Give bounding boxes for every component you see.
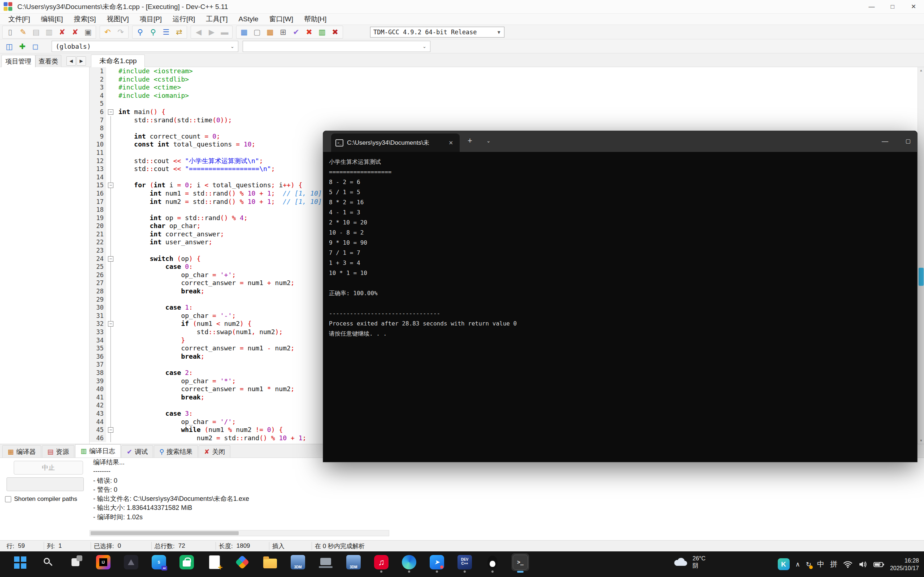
- menu-item-R[interactable]: 运行[R]: [167, 14, 200, 24]
- hidden-icons-chevron-icon[interactable]: ∧: [795, 561, 800, 568]
- toolbar-close-file-button[interactable]: ✘: [56, 26, 69, 38]
- taskbar-clock[interactable]: 16:28 2025/10/17: [890, 557, 919, 572]
- menu-item-S[interactable]: 搜索[S]: [68, 14, 101, 24]
- abort-button[interactable]: 中止: [14, 461, 83, 474]
- taskbar-app-trainer-2[interactable]: 3DM: [345, 554, 362, 571]
- globals-select[interactable]: (globals) ⌄: [52, 41, 238, 52]
- toolbar-save-button[interactable]: ▤: [30, 26, 43, 38]
- battery-charging-icon[interactable]: [874, 561, 884, 568]
- taskbar-app-diamond[interactable]: [234, 554, 250, 571]
- wifi-icon[interactable]: [843, 561, 853, 568]
- toolbar-close-all-button[interactable]: ✘: [69, 26, 82, 38]
- taskbar-app-dev-cpp[interactable]: DEVC++: [456, 554, 473, 571]
- taskbar-app-terminal[interactable]: >_: [512, 554, 528, 571]
- toolbar-replace-button[interactable]: ⚲: [147, 26, 160, 38]
- taskbar-app-netease-music[interactable]: ♫: [373, 554, 389, 571]
- tab-scroll-left-icon[interactable]: ◀: [66, 56, 76, 66]
- taskbar-app-trainer[interactable]: 3DM: [289, 554, 306, 571]
- menu-item-V[interactable]: 视图[V]: [102, 14, 134, 24]
- editor-vertical-scrollbar[interactable]: ▲ ▼: [918, 67, 924, 444]
- bottom-tab-close[interactable]: ✘关闭: [199, 445, 230, 458]
- menu-item-T[interactable]: 工具[T]: [200, 14, 233, 24]
- tab-project-manager[interactable]: 项目管理: [2, 55, 36, 67]
- toolbar-goto-declaration-button[interactable]: ◫: [3, 40, 16, 52]
- log-horizontal-scrollbar[interactable]: [90, 530, 389, 536]
- toolbar-forward-button[interactable]: ▶: [205, 26, 218, 38]
- fold-marker-icon[interactable]: −: [108, 256, 113, 262]
- toolbar-swap-header-source-button[interactable]: ⇄: [173, 26, 186, 38]
- menu-item-W[interactable]: 窗口[W]: [263, 14, 299, 24]
- bottom-tab-debug[interactable]: ✔调试: [121, 445, 153, 458]
- toolbar-print-button[interactable]: ▣: [82, 26, 95, 38]
- bottom-tab-compile-log[interactable]: ▥编译日志: [75, 444, 121, 458]
- scrollbar-thumb[interactable]: [919, 268, 924, 286]
- taskbar-app-s-ai[interactable]: SAI: [150, 554, 167, 571]
- taskbar-app-edge[interactable]: [401, 554, 417, 571]
- toolbar-undo-button[interactable]: ↶: [101, 26, 114, 38]
- members-select[interactable]: ⌄: [242, 41, 430, 52]
- menu-item-P[interactable]: 项目[P]: [134, 14, 167, 24]
- kdocs-tray-icon[interactable]: K: [778, 558, 790, 570]
- toolbar-compile-run-button[interactable]: ▦: [263, 26, 276, 38]
- volume-icon[interactable]: [858, 561, 867, 568]
- toolbar-profile-delete-button[interactable]: ✖: [329, 26, 342, 38]
- taskbar-app-intellij[interactable]: IJ: [95, 554, 111, 571]
- taskbar-app-task-view[interactable]: [67, 554, 84, 571]
- taskbar-app-new-doc[interactable]: [206, 554, 223, 571]
- taskbar-app-qq[interactable]: [484, 554, 501, 571]
- bottom-tab-resources[interactable]: ▤资源: [42, 445, 74, 458]
- taskbar-app-store[interactable]: [178, 554, 195, 571]
- toolbar-new-file-button[interactable]: ▯: [3, 26, 17, 38]
- menu-item-E[interactable]: 编辑[E]: [36, 14, 68, 24]
- close-icon[interactable]: ✕: [903, 0, 924, 13]
- sync-tray-icon[interactable]: ↻: [806, 561, 811, 568]
- tab-dropdown-icon[interactable]: ⌄: [486, 138, 491, 143]
- taskbar-app-file-explorer[interactable]: [262, 554, 278, 571]
- toolbar-stop-execution-button[interactable]: ✖: [302, 26, 316, 38]
- toolbar-insert-button[interactable]: ✚: [16, 40, 29, 52]
- maximize-icon[interactable]: □: [882, 0, 903, 13]
- menu-item-H[interactable]: 帮助[H]: [299, 14, 332, 24]
- toolbar-redo-button[interactable]: ↷: [114, 26, 127, 38]
- tab-class-browser[interactable]: 查看类: [36, 55, 61, 67]
- menu-item-F[interactable]: 文件[F]: [3, 14, 36, 24]
- toolbar-goto-line-button[interactable]: ☰: [160, 26, 173, 38]
- console-maximize-icon[interactable]: ▢: [900, 131, 917, 151]
- toolbar-find-button[interactable]: ⚲: [134, 26, 147, 38]
- tab-scroll-right-icon[interactable]: ▶: [76, 56, 86, 66]
- toolbar-open-file-button[interactable]: ✎: [17, 26, 30, 38]
- toolbar-back-button[interactable]: ◀: [192, 26, 205, 38]
- scroll-down-icon[interactable]: ▼: [918, 437, 924, 444]
- toolbar-syntax-check-button[interactable]: ✔: [289, 26, 302, 38]
- toolbar-run-button[interactable]: ▢: [250, 26, 263, 38]
- console-minimize-icon[interactable]: —: [876, 131, 894, 151]
- ime-pinyin-indicator[interactable]: 拼: [830, 559, 837, 569]
- ime-language-indicator[interactable]: 中: [817, 559, 824, 569]
- fold-marker-icon[interactable]: −: [108, 427, 113, 433]
- shorten-paths-row[interactable]: Shorten compiler paths: [5, 495, 77, 503]
- terminal-tab[interactable]: >_ C:\Users\ysy34\Documents\未 ✕: [331, 134, 460, 152]
- taskbar-app-game[interactable]: [123, 554, 139, 571]
- taskbar-app-laptop[interactable]: [317, 554, 334, 571]
- toolbar-save-all-button[interactable]: ▥: [43, 26, 56, 38]
- toolbar-rebuild-button[interactable]: ⊞: [276, 26, 289, 38]
- taskbar-app-search[interactable]: [39, 554, 56, 571]
- toolbar-toggle-bookmark-button[interactable]: ◻: [29, 40, 42, 52]
- fold-marker-icon[interactable]: −: [108, 321, 113, 327]
- scrollbar-thumb[interactable]: [90, 531, 239, 535]
- toolbar-compile-button[interactable]: ▦: [237, 26, 250, 38]
- toolbar-abort-nav-button[interactable]: ▬: [218, 26, 231, 38]
- minimize-icon[interactable]: —: [861, 0, 882, 13]
- editor-tab[interactable]: 未命名1.cpp: [91, 55, 145, 67]
- menu-item-AStyle[interactable]: AStyle: [233, 14, 264, 24]
- toolbar-profile-button[interactable]: ▥: [316, 26, 329, 38]
- new-tab-icon[interactable]: +: [468, 136, 472, 145]
- console-window[interactable]: >_ C:\Users\ysy34\Documents\未 ✕ + ⌄ — ▢ …: [323, 131, 918, 462]
- compiler-profile-select[interactable]: TDM-GCC 4.9.2 64-bit Release ▼: [370, 27, 504, 37]
- fold-marker-icon[interactable]: −: [108, 110, 113, 115]
- taskbar-app-baidu-netdisk[interactable]: ➤: [429, 554, 445, 571]
- console-title-bar[interactable]: >_ C:\Users\ysy34\Documents\未 ✕ + ⌄ — ▢: [323, 131, 917, 152]
- bottom-tab-search-results[interactable]: ⚲搜索结果: [154, 445, 198, 458]
- shorten-paths-checkbox[interactable]: [5, 496, 11, 502]
- taskbar-app-start[interactable]: [11, 554, 28, 571]
